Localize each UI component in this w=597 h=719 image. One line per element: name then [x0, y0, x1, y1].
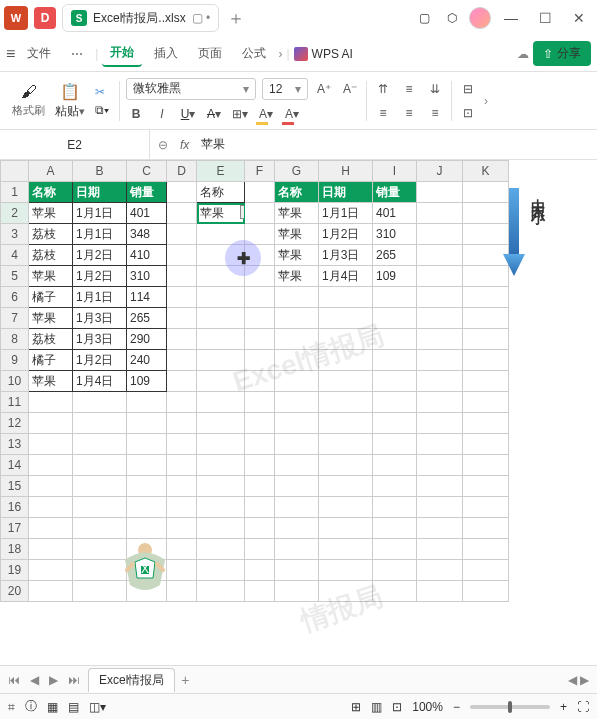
cell[interactable] [463, 434, 509, 455]
sheet-nav-prev-icon[interactable]: ◀ [28, 673, 41, 687]
cell[interactable]: 1月3日 [73, 308, 127, 329]
spreadsheet-grid[interactable]: ABCDEFGHIJK1名称日期销量名称名称日期销量2苹果1月1日401苹果▾苹… [0, 160, 597, 665]
copy-icon[interactable]: ⧉▾ [95, 103, 109, 117]
cell[interactable] [417, 350, 463, 371]
cell[interactable] [197, 287, 245, 308]
border-button[interactable]: ⊞▾ [230, 104, 250, 124]
cell[interactable]: 401 [373, 203, 417, 224]
cell[interactable] [417, 203, 463, 224]
cell[interactable] [463, 308, 509, 329]
row-header[interactable]: 5 [1, 266, 29, 287]
cell[interactable] [73, 392, 127, 413]
formula-input[interactable]: 苹果 [201, 136, 589, 153]
maximize-button[interactable]: ☐ [531, 10, 559, 26]
doc-app-icon[interactable]: D [34, 7, 56, 29]
cell[interactable] [463, 497, 509, 518]
cell[interactable] [275, 581, 319, 602]
cell[interactable] [463, 371, 509, 392]
format-painter-group[interactable]: 🖌 格式刷 [8, 83, 49, 118]
cell[interactable] [167, 476, 197, 497]
col-header-A[interactable]: A [29, 161, 73, 182]
cell[interactable]: 1月1日 [73, 224, 127, 245]
wps-logo-icon[interactable]: W [4, 6, 28, 30]
cell[interactable] [463, 266, 509, 287]
cell[interactable] [29, 539, 73, 560]
dropdown-handle-icon[interactable]: ▾ [240, 205, 245, 219]
cell[interactable]: 荔枝 [29, 245, 73, 266]
select-all-corner[interactable] [1, 161, 29, 182]
cell[interactable] [463, 392, 509, 413]
cell[interactable]: 265 [373, 245, 417, 266]
cell[interactable] [127, 392, 167, 413]
zoom-slider[interactable] [470, 705, 550, 709]
cell[interactable] [167, 245, 197, 266]
cell[interactable] [245, 182, 275, 203]
cell[interactable]: 名称 [29, 182, 73, 203]
cell[interactable] [73, 497, 127, 518]
cell[interactable] [463, 560, 509, 581]
cell[interactable]: 苹果▾ [197, 203, 245, 224]
cell[interactable] [245, 350, 275, 371]
row-header[interactable]: 11 [1, 392, 29, 413]
menu-tab-insert[interactable]: 插入 [146, 41, 186, 66]
cell[interactable]: 日期 [73, 182, 127, 203]
cell[interactable] [197, 476, 245, 497]
cell[interactable] [373, 476, 417, 497]
cell[interactable] [319, 350, 373, 371]
cell[interactable] [373, 560, 417, 581]
cell[interactable] [167, 329, 197, 350]
cell[interactable] [167, 392, 197, 413]
cell[interactable] [73, 434, 127, 455]
col-header-B[interactable]: B [73, 161, 127, 182]
fx-icon[interactable]: fx [180, 138, 189, 152]
cell[interactable] [29, 581, 73, 602]
row-header[interactable]: 2 [1, 203, 29, 224]
cell[interactable] [245, 308, 275, 329]
cell[interactable] [319, 308, 373, 329]
row-header[interactable]: 20 [1, 581, 29, 602]
cell[interactable] [167, 224, 197, 245]
row-header[interactable]: 9 [1, 350, 29, 371]
cell[interactable]: 苹果 [29, 371, 73, 392]
cell[interactable] [417, 371, 463, 392]
cell[interactable] [73, 518, 127, 539]
cell[interactable] [417, 413, 463, 434]
cell[interactable] [275, 392, 319, 413]
cell[interactable] [417, 581, 463, 602]
align-top-icon[interactable]: ⇈ [373, 79, 393, 99]
cell[interactable] [463, 203, 509, 224]
cell[interactable] [275, 371, 319, 392]
cell[interactable] [245, 581, 275, 602]
cell[interactable] [417, 182, 463, 203]
row-header[interactable]: 18 [1, 539, 29, 560]
cell[interactable] [197, 497, 245, 518]
cell[interactable]: 1月2日 [73, 350, 127, 371]
cell[interactable] [197, 350, 245, 371]
cell[interactable] [417, 224, 463, 245]
cell[interactable] [167, 182, 197, 203]
cell[interactable] [463, 476, 509, 497]
underline-button[interactable]: U▾ [178, 104, 198, 124]
cell[interactable] [463, 224, 509, 245]
cell[interactable]: 苹果 [275, 203, 319, 224]
align-middle-icon[interactable]: ≡ [399, 79, 419, 99]
col-header-J[interactable]: J [417, 161, 463, 182]
cell[interactable]: 410 [127, 245, 167, 266]
cell[interactable] [245, 203, 275, 224]
cell[interactable] [167, 497, 197, 518]
cell[interactable] [197, 392, 245, 413]
cell[interactable] [463, 413, 509, 434]
cell[interactable] [245, 392, 275, 413]
cell[interactable] [167, 266, 197, 287]
zoom-out-button[interactable]: − [453, 700, 460, 714]
cell[interactable] [373, 308, 417, 329]
cell[interactable] [463, 245, 509, 266]
cell[interactable] [417, 518, 463, 539]
cell[interactable] [417, 455, 463, 476]
row-header[interactable]: 6 [1, 287, 29, 308]
cell[interactable] [373, 539, 417, 560]
cell[interactable] [275, 518, 319, 539]
align-bottom-icon[interactable]: ⇊ [425, 79, 445, 99]
cell[interactable]: 240 [127, 350, 167, 371]
cell[interactable] [245, 371, 275, 392]
